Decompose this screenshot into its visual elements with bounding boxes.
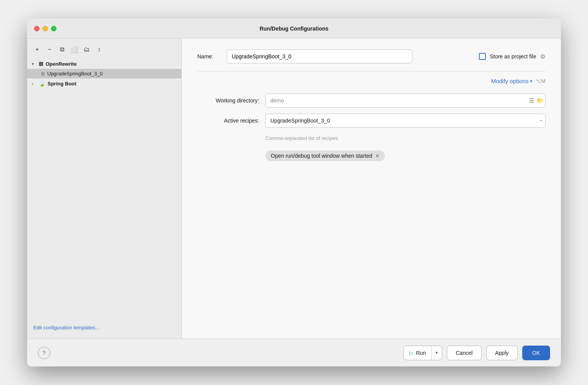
chevron-down-icon: ▾ xyxy=(530,78,532,84)
run-debug-dialog: Run/Debug Configurations + − ⧉ ⬜ 🗂 xyxy=(27,19,561,366)
working-directory-input-wrapper: ☰ 📁 xyxy=(265,94,545,107)
name-row: Name: Store as project file ⚙ xyxy=(197,49,545,63)
tag-label: Open run/debug tool window when started xyxy=(271,153,372,159)
apply-label: Apply xyxy=(495,350,509,356)
config-panel: Name: Store as project file ⚙ Modify opt… xyxy=(182,39,561,339)
modify-options-shortcut: ⌥M xyxy=(535,78,545,84)
minus-icon: − xyxy=(48,46,51,53)
openrewrite-label: OpenRewrite xyxy=(46,61,77,67)
run-play-icon: ▷ xyxy=(409,350,414,356)
save-configuration-button[interactable]: ⬜ xyxy=(69,44,80,55)
save-icon: ⬜ xyxy=(70,46,78,53)
bottom-bar: ? ▷ Run ▾ Cancel Apply OK xyxy=(27,339,561,366)
sort-button[interactable]: ↕ xyxy=(94,44,104,55)
modify-options-row: Modify options ▾ ⌥M xyxy=(197,78,545,84)
close-button[interactable] xyxy=(34,26,39,31)
tree-item-openrewrite[interactable]: ▾ ⊞ OpenRewrite xyxy=(27,59,181,69)
chevron-right-icon: › xyxy=(32,82,36,86)
folder-browse-icon[interactable]: 📁 xyxy=(537,97,543,104)
working-directory-row: Working directory: ☰ 📁 xyxy=(197,94,545,107)
add-configuration-button[interactable]: + xyxy=(32,44,43,55)
gear-icon[interactable]: ⚙ xyxy=(540,53,545,60)
run-label: Run xyxy=(416,350,426,356)
sidebar-toolbar: + − ⧉ ⬜ 🗂 ↕ xyxy=(27,42,181,57)
store-project-row: Store as project file ⚙ xyxy=(479,53,545,60)
configuration-tree: ▾ ⊞ OpenRewrite ⊞ UpgradeSpringBoot_3_0 … xyxy=(27,57,181,319)
config-icon: ⊞ xyxy=(41,71,45,77)
store-as-project-checkbox[interactable] xyxy=(479,53,486,60)
working-directory-input[interactable] xyxy=(265,94,545,107)
spring-boot-label: Spring Boot xyxy=(48,81,76,87)
working-directory-label: Working directory: xyxy=(197,97,259,104)
tree-item-spring-boot[interactable]: › 🍃 Spring Boot xyxy=(27,78,181,89)
modify-options-button[interactable]: Modify options ▾ xyxy=(491,78,532,84)
name-input[interactable] xyxy=(227,49,412,63)
minimize-button[interactable] xyxy=(43,26,48,31)
sidebar: + − ⧉ ⬜ 🗂 ↕ xyxy=(27,39,182,339)
help-label: ? xyxy=(43,350,46,356)
main-content: + − ⧉ ⬜ 🗂 ↕ xyxy=(27,39,561,339)
chevron-down-icon: ▾ xyxy=(32,62,36,66)
copy-icon: ⧉ xyxy=(60,46,64,53)
tool-window-tag: Open run/debug tool window when started … xyxy=(265,150,385,161)
run-button-group: ▷ Run ▾ xyxy=(403,346,442,360)
active-recipes-input-wrapper: ↗ xyxy=(265,114,545,128)
sort-icon: ↕ xyxy=(97,46,101,53)
apply-button[interactable]: Apply xyxy=(486,346,518,360)
active-recipes-row: Active recipes: ↗ xyxy=(197,114,545,128)
maximize-button[interactable] xyxy=(51,26,56,31)
text-file-icon[interactable]: ☰ xyxy=(529,97,534,104)
cancel-label: Cancel xyxy=(456,350,473,356)
run-button[interactable]: ▷ Run xyxy=(405,346,431,360)
remove-configuration-button[interactable]: − xyxy=(44,44,55,55)
help-button[interactable]: ? xyxy=(38,347,50,359)
working-directory-icons: ☰ 📁 xyxy=(529,97,543,104)
dialog-title: Run/Debug Configurations xyxy=(260,26,328,32)
ok-label: OK xyxy=(532,350,540,356)
active-recipes-label: Active recipes: xyxy=(197,118,259,124)
modify-options-label: Modify options xyxy=(491,78,528,84)
copy-configuration-button[interactable]: ⧉ xyxy=(56,44,67,55)
edit-templates-link[interactable]: Edit configuration templates... xyxy=(33,325,99,330)
plus-icon: + xyxy=(35,46,39,53)
folder-button[interactable]: 🗂 xyxy=(81,44,92,55)
upgrade-spring-boot-label: UpgradeSpringBoot_3_0 xyxy=(47,71,103,77)
store-label: Store as project file xyxy=(490,53,536,60)
folder-icon: 🗂 xyxy=(84,46,90,53)
ok-button[interactable]: OK xyxy=(522,346,550,360)
divider xyxy=(197,71,545,72)
traffic-lights xyxy=(34,26,56,31)
dropdown-arrow-icon: ▾ xyxy=(436,350,438,355)
tag-close-button[interactable]: ✕ xyxy=(375,153,379,158)
tree-item-upgrade-spring-boot[interactable]: ⊞ UpgradeSpringBoot_3_0 xyxy=(27,69,181,78)
title-bar: Run/Debug Configurations xyxy=(27,19,561,39)
recipes-hint: Comma-separated list of recipes xyxy=(265,135,545,141)
openrewrite-icon: ⊞ xyxy=(39,61,43,67)
sidebar-footer: Edit configuration templates... xyxy=(27,319,181,336)
active-recipes-input[interactable] xyxy=(265,114,545,128)
spring-boot-icon: 🍃 xyxy=(39,80,45,87)
cancel-button[interactable]: Cancel xyxy=(447,346,482,360)
run-dropdown-button[interactable]: ▾ xyxy=(432,346,442,360)
name-label: Name: xyxy=(197,53,220,60)
tag-row: Open run/debug tool window when started … xyxy=(265,150,545,161)
